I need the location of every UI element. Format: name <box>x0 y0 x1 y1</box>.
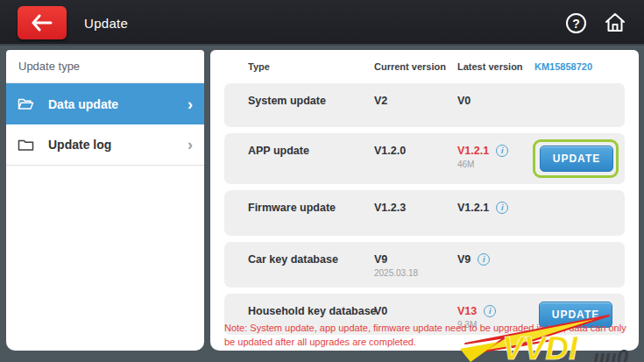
info-icon[interactable]: i <box>496 145 508 157</box>
table-header: Type Current version Latest version KM15… <box>210 50 639 83</box>
update-size: 46M <box>457 160 474 169</box>
row-current: V2 <box>374 95 387 107</box>
sidebar-item-update-log[interactable]: Update log › <box>6 124 204 166</box>
chevron-right-icon: › <box>188 137 193 153</box>
info-icon[interactable]: i <box>496 202 508 214</box>
note-text: Note: System update, app update, firmwar… <box>224 322 629 350</box>
col-type: Type <box>248 61 270 72</box>
col-latest: Latest version <box>457 61 523 72</box>
chevron-right-icon: › <box>188 96 193 112</box>
sidebar-item-label: Data update <box>48 97 188 111</box>
update-button-app[interactable]: UPDATE <box>540 146 613 172</box>
top-bar: Update ? <box>0 0 644 46</box>
info-glyph: i <box>501 203 504 212</box>
sidebar: Update type Data update › Update log › <box>6 50 204 351</box>
row-type: Household key database <box>248 305 377 317</box>
update-table: Type Current version Latest version KM15… <box>210 50 639 351</box>
home-icon[interactable] <box>604 11 626 34</box>
row-type: Firmware update <box>248 202 336 214</box>
current-date: 2025.03.18 <box>374 268 418 278</box>
sidebar-item-data-update[interactable]: Data update › <box>6 83 204 124</box>
table-row-firmware-update: Firmware update V1.2.3 V1.2.1 i <box>224 190 625 236</box>
table-row-system-update: System update V2 V0 <box>224 83 625 127</box>
info-icon[interactable]: i <box>484 305 496 317</box>
row-latest: V1.2.1 <box>457 145 489 157</box>
row-current: V9 <box>374 253 387 266</box>
table-row-car-key-database: Car key database V9 2025.03.18 V9 i <box>224 242 625 287</box>
sidebar-item-label: Update log <box>48 138 188 152</box>
row-type: APP update <box>248 145 309 157</box>
back-button[interactable] <box>18 6 67 39</box>
help-icon[interactable]: ? <box>566 13 586 33</box>
row-type: Car key database <box>248 253 338 266</box>
row-current: V1.2.3 <box>374 202 406 214</box>
table-row-app-update: APP update V1.2.0 V1.2.1 i 46M UPDATE <box>224 133 625 184</box>
info-glyph: i <box>489 307 492 316</box>
page-title: Update <box>84 0 128 46</box>
open-folder-icon <box>18 97 34 110</box>
help-glyph: ? <box>572 17 580 31</box>
row-type: System update <box>248 95 326 107</box>
device-serial[interactable]: KM15858720 <box>534 61 592 72</box>
row-latest: V9 <box>457 253 471 266</box>
sidebar-header: Update type <box>6 50 204 83</box>
row-latest: V13 <box>457 305 477 317</box>
arrow-left-icon <box>31 14 53 32</box>
row-latest: V0 <box>457 95 471 107</box>
col-current: Current version <box>374 61 446 72</box>
folder-icon <box>18 138 34 152</box>
row-current: V0 <box>374 305 387 317</box>
info-glyph: i <box>483 255 485 264</box>
highlight-border: UPDATE <box>533 139 619 178</box>
row-latest: V1.2.1 <box>457 202 489 214</box>
info-glyph: i <box>501 146 504 155</box>
info-icon[interactable]: i <box>478 253 490 266</box>
row-current: V1.2.0 <box>374 145 406 157</box>
